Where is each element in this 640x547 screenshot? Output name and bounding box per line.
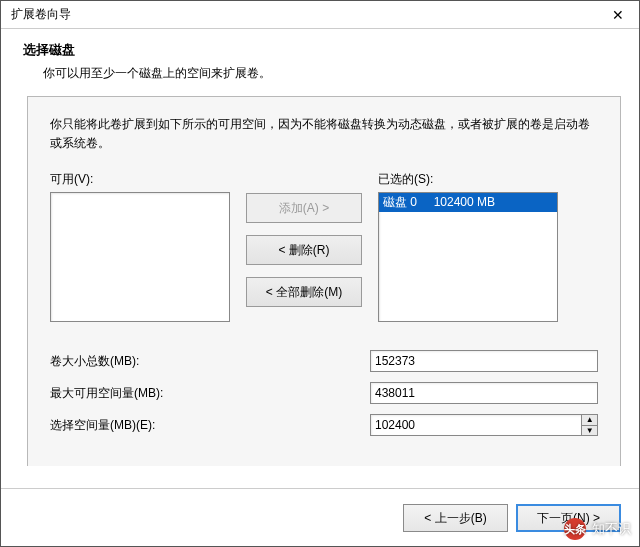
- window-title: 扩展卷向导: [11, 6, 71, 23]
- total-size-field: [370, 350, 598, 372]
- close-button[interactable]: ✕: [597, 1, 639, 29]
- wizard-window: 扩展卷向导 ✕ 选择磁盘 你可以用至少一个磁盘上的空间来扩展卷。 你只能将此卷扩…: [0, 0, 640, 547]
- back-button[interactable]: < 上一步(B): [403, 504, 508, 532]
- disk-lists-row: 可用(V): 添加(A) > < 删除(R) < 全部删除(M) 已选的(S):…: [50, 171, 598, 322]
- spinner-down-button[interactable]: ▼: [581, 425, 598, 437]
- select-space-label: 选择空间量(MB)(E):: [50, 417, 370, 434]
- max-space-label: 最大可用空间量(MB):: [50, 385, 370, 402]
- next-button[interactable]: 下一页(N) >: [516, 504, 621, 532]
- max-space-field: [370, 382, 598, 404]
- spinner-up-button[interactable]: ▲: [581, 414, 598, 425]
- page-description: 你可以用至少一个磁盘上的空间来扩展卷。: [23, 65, 617, 82]
- main-panel: 你只能将此卷扩展到如下所示的可用空间，因为不能将磁盘转换为动态磁盘，或者被扩展的…: [27, 96, 621, 466]
- selected-label: 已选的(S):: [378, 171, 558, 188]
- add-button[interactable]: 添加(A) >: [246, 193, 362, 223]
- available-group: 可用(V):: [50, 171, 230, 322]
- total-size-row: 卷大小总数(MB):: [50, 350, 598, 372]
- transfer-buttons: 添加(A) > < 删除(R) < 全部删除(M): [246, 193, 362, 307]
- size-fields: 卷大小总数(MB): 最大可用空间量(MB): 选择空间量(MB)(E): ▲ …: [50, 350, 598, 436]
- available-label: 可用(V):: [50, 171, 230, 188]
- max-space-row: 最大可用空间量(MB):: [50, 382, 598, 404]
- total-size-label: 卷大小总数(MB):: [50, 353, 370, 370]
- wizard-footer: < 上一步(B) 下一页(N) >: [1, 488, 639, 546]
- titlebar: 扩展卷向导 ✕: [1, 1, 639, 29]
- info-text: 你只能将此卷扩展到如下所示的可用空间，因为不能将磁盘转换为动态磁盘，或者被扩展的…: [50, 115, 598, 153]
- available-listbox[interactable]: [50, 192, 230, 322]
- select-space-field[interactable]: [370, 414, 581, 436]
- selected-listbox[interactable]: 磁盘 0 102400 MB: [378, 192, 558, 322]
- selected-group: 已选的(S): 磁盘 0 102400 MB: [378, 171, 558, 322]
- page-title: 选择磁盘: [23, 41, 617, 59]
- remove-all-button[interactable]: < 全部删除(M): [246, 277, 362, 307]
- header-section: 选择磁盘 你可以用至少一个磁盘上的空间来扩展卷。: [1, 29, 639, 96]
- close-icon: ✕: [612, 7, 624, 23]
- selected-disk-item[interactable]: 磁盘 0 102400 MB: [379, 193, 557, 212]
- quantity-stepper: ▲ ▼: [581, 414, 598, 436]
- remove-button[interactable]: < 删除(R): [246, 235, 362, 265]
- select-space-row: 选择空间量(MB)(E): ▲ ▼: [50, 414, 598, 436]
